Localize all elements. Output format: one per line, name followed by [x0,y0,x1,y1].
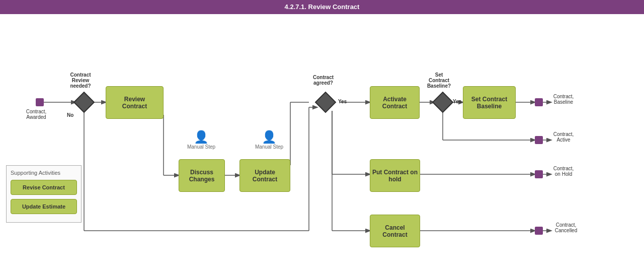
put-contract-on-hold-box[interactable]: Put Contract on hold [370,159,420,192]
end-cancelled-label: Contract, Cancelled [546,222,586,233]
activate-contract-box[interactable]: Activate Contract [370,86,420,119]
revise-contract-item[interactable]: Revise Contract [11,180,77,195]
start-event [36,98,44,106]
discuss-changes-box[interactable]: Discuss Changes [179,159,225,192]
set-contract-baseline-box[interactable]: Set Contract Baseline [463,86,516,119]
supporting-title: Supporting Activities [11,170,77,176]
gateway1-no-label: No [67,112,73,118]
diagram-canvas: Contract, Awarded Contract Review needed… [0,14,644,272]
title-text: 4.2.7.1. Review Contract [285,3,360,11]
cancel-contract-box[interactable]: Cancel Contract [370,215,420,247]
gateway-set-baseline [432,92,453,113]
review-contract-box[interactable]: Review Contract [106,86,164,119]
update-contract-box[interactable]: Update Contract [239,159,290,192]
gateway1-label: Contract Review needed? [65,72,96,89]
end-event-baseline [535,98,543,106]
arrows-layer [0,14,644,272]
end-hold-label: Contract, on Hold [546,166,581,177]
gateway-contract-agreed [315,92,336,113]
end-event-cancelled [535,227,543,235]
supporting-activities-panel: Supporting Activities Revise Contract Up… [6,165,82,223]
update-estimate-item[interactable]: Update Estimate [11,199,77,214]
page-title: 4.2.7.1. Review Contract [0,0,644,14]
start-event-label: Contract, Awarded [21,109,51,120]
gateway2-yes-label: Yes [338,99,347,104]
gateway3-yes-label: Yes [453,99,461,104]
gateway2-label: Contract agreed? [307,75,340,86]
gateway-review-needed [73,92,95,113]
manual-step-discuss-icon: 👤 Manual Step [186,130,216,150]
end-active-label: Contract, Active [546,131,581,143]
end-event-active [535,136,543,144]
end-event-hold [535,170,543,178]
manual-step-update-icon: 👤 Manual Step [252,130,287,150]
gateway3-label: Set Contract Baseline? [423,72,455,89]
end-baseline-label: Contract, Baseline [546,94,581,105]
